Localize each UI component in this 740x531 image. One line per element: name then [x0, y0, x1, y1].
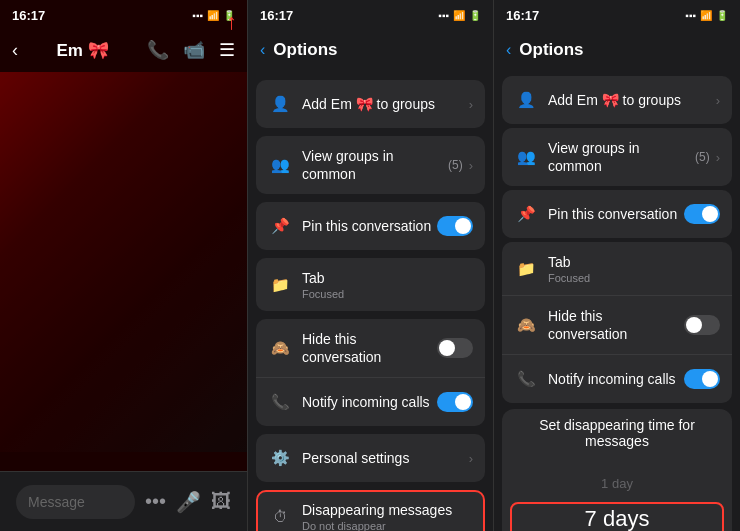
list-item[interactable]: 🙈 Hide this conversation — [256, 319, 485, 378]
options-top-right: 👤 Add Em 🎀 to groups › 👥 View groups in … — [502, 76, 732, 403]
item-right — [437, 392, 473, 412]
item-content: Add Em 🎀 to groups — [302, 95, 469, 113]
hide-toggle[interactable] — [437, 338, 473, 358]
item-content: Personal settings — [302, 449, 469, 467]
hide-toggle-r[interactable] — [684, 315, 720, 335]
item-right: (5) › — [695, 150, 720, 165]
item-label: Disappearing messages — [302, 502, 452, 518]
list-item[interactable]: ⚙️ Personal settings › — [256, 434, 485, 482]
item-content: Hide this conversation — [548, 307, 684, 343]
list-item[interactable]: 🙈 Hide this conversation — [502, 296, 732, 355]
list-item[interactable]: 📌 Pin this conversation — [256, 202, 485, 250]
time-option-7days[interactable]: 7 days — [502, 501, 732, 531]
item-right: › — [469, 97, 473, 112]
signal-icon: ▪▪▪ — [192, 10, 203, 21]
list-item[interactable]: 👤 Add Em 🎀 to groups › — [256, 80, 485, 128]
time-option-1day[interactable]: 1 day — [502, 465, 732, 501]
list-item[interactable]: 👥 View groups in common (5) › — [256, 136, 485, 194]
call-icon: 📞 — [268, 390, 292, 414]
calls-toggle-r[interactable] — [684, 369, 720, 389]
item-label: Hide this conversation — [548, 308, 627, 342]
status-bar-right: 16:17 ▪▪▪ 📶 🔋 — [494, 0, 740, 28]
back-button-mid[interactable]: ‹ — [260, 41, 265, 59]
count-badge: (5) — [448, 158, 463, 172]
item-content: Hide this conversation — [302, 330, 437, 366]
item-right — [684, 369, 720, 389]
item-label: View groups in common — [548, 140, 640, 174]
list-item[interactable]: 📞 Notify incoming calls — [256, 378, 485, 426]
message-input[interactable]: Message — [16, 485, 135, 519]
calls-toggle[interactable] — [437, 392, 473, 412]
video-call-icon[interactable]: 📹 — [183, 39, 205, 61]
status-bar-left: 16:17 ▪▪▪ 📶 🔋 — [0, 0, 247, 28]
options-header-mid: ‹ Options — [248, 28, 493, 72]
more-options-icon[interactable]: ••• — [145, 490, 166, 513]
wifi-icon-right: 📶 — [700, 10, 712, 21]
item-content: Disappearing messages Do not disappear — [302, 501, 473, 531]
pin-icon: 📌 — [268, 214, 292, 238]
wifi-icon-mid: 📶 — [453, 10, 465, 21]
hide-icon-r: 🙈 — [514, 313, 538, 337]
status-bar-mid: 16:17 ▪▪▪ 📶 🔋 — [248, 0, 493, 28]
item-right: › — [469, 451, 473, 466]
item-label: Notify incoming calls — [548, 371, 676, 387]
item-sublabel: Focused — [302, 288, 473, 300]
message-placeholder: Message — [28, 494, 85, 510]
item-label: Tab — [548, 254, 571, 270]
time-picker[interactable]: 1 day 7 days 14 days — [502, 465, 732, 531]
item-label: Add Em 🎀 to groups — [302, 96, 435, 112]
settings-icon: ⚙️ — [268, 446, 292, 470]
disappearing-messages-item[interactable]: ⏱ Disappearing messages Do not disappear — [256, 490, 485, 531]
pin-toggle-r[interactable] — [684, 204, 720, 224]
item-label: Notify incoming calls — [302, 394, 430, 410]
item-content: Pin this conversation — [302, 217, 437, 235]
list-item[interactable]: 📁 Tab Focused — [502, 242, 732, 296]
options-scroll-mid: 👤 Add Em 🎀 to groups › 👥 View groups in … — [256, 80, 485, 531]
chevron-icon: › — [469, 451, 473, 466]
item-right — [684, 204, 720, 224]
item-content: Tab Focused — [548, 253, 720, 284]
chat-title: Em 🎀 — [56, 40, 108, 61]
add-person-icon-r: 👤 — [514, 88, 538, 112]
item-right: (5) › — [448, 158, 473, 173]
pin-toggle[interactable] — [437, 216, 473, 236]
item-right — [684, 315, 720, 335]
mic-icon[interactable]: 🎤 — [176, 490, 201, 514]
item-content: Pin this conversation — [548, 205, 684, 223]
list-item[interactable]: 📁 Tab Focused — [256, 258, 485, 311]
item-label: View groups in common — [302, 148, 394, 182]
status-time-right: 16:17 — [506, 8, 539, 23]
back-button-right[interactable]: ‹ — [506, 41, 511, 59]
disappearing-title: Set disappearing time for messages — [502, 409, 732, 465]
back-icon[interactable]: ‹ — [12, 40, 18, 61]
list-item[interactable]: 📌 Pin this conversation — [502, 190, 732, 238]
options-title-right: Options — [519, 40, 583, 60]
item-sublabel: Focused — [548, 272, 720, 284]
status-time-mid: 16:17 — [260, 8, 293, 23]
tab-icon-r: 📁 — [514, 257, 538, 281]
item-label: Pin this conversation — [302, 218, 431, 234]
chevron-icon: › — [716, 150, 720, 165]
item-content: Notify incoming calls — [302, 393, 437, 411]
list-item[interactable]: 👥 View groups in common (5) › — [502, 128, 732, 186]
item-label: Tab — [302, 270, 325, 286]
item-label: Add Em 🎀 to groups — [548, 92, 681, 108]
list-item[interactable]: 📞 Notify incoming calls — [502, 355, 732, 403]
item-content: Add Em 🎀 to groups — [548, 91, 716, 109]
menu-icon[interactable]: ☰ — [219, 39, 235, 61]
panel-middle: 16:17 ▪▪▪ 📶 🔋 ‹ Options 👤 Add Em 🎀 to gr… — [247, 0, 494, 531]
status-icons-right: ▪▪▪ 📶 🔋 — [685, 10, 728, 21]
header-actions: 📞 📹 ☰ ↑ — [147, 39, 235, 61]
item-label: Hide this conversation — [302, 331, 381, 365]
image-icon[interactable]: 🖼 — [211, 490, 231, 513]
list-item[interactable]: 👤 Add Em 🎀 to groups › — [502, 76, 732, 124]
tab-icon: 📁 — [268, 273, 292, 297]
red-arrow-indicator: ↑ — [226, 9, 237, 35]
message-input-bar: Message ••• 🎤 🖼 — [0, 471, 247, 531]
hide-icon: 🙈 — [268, 336, 292, 360]
phone-call-icon[interactable]: 📞 — [147, 39, 169, 61]
add-person-icon: 👤 — [268, 92, 292, 116]
signal-icon-mid: ▪▪▪ — [438, 10, 449, 21]
call-icon-r: 📞 — [514, 367, 538, 391]
wifi-icon: 📶 — [207, 10, 219, 21]
